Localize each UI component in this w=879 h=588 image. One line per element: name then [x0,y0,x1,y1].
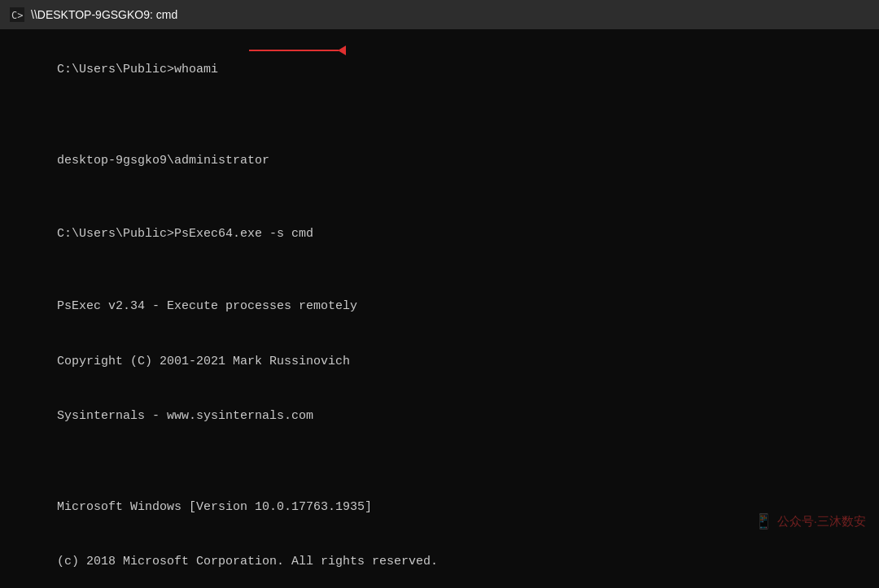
window-title: \\DESKTOP-9GSGKO9: cmd [31,8,177,21]
line-whoami-result: desktop-9gsgko9\administrator [13,134,866,189]
cmd-icon: C> [10,7,24,22]
line-psexec-v1: PsExec v2.34 - Execute processes remotel… [13,280,866,335]
terminal-body[interactable]: C:\Users\Public>whoami desktop-9gsgko9\a… [0,29,879,588]
line-whoami-cmd: C:\Users\Public>whoami [13,42,866,134]
line-empty-2 [13,262,866,280]
line-win-ver: Microsoft Windows [Version 10.0.17763.19… [13,480,866,535]
title-bar: C> \\DESKTOP-9GSGKO9: cmd [0,0,879,29]
line-psexec-v2: Copyright (C) 2001-2021 Mark Russinovich [13,334,866,390]
svg-text:C>: C> [11,10,23,21]
line-win-copy: (c) 2018 Microsoft Corporation. All righ… [13,535,866,589]
cmd-window: C> \\DESKTOP-9GSGKO9: cmd C:\Users\Publi… [0,0,879,588]
line-empty-1 [13,189,866,207]
line-empty-3 [13,444,866,462]
line-empty-4 [13,462,866,480]
line-psexec-v3: Sysinternals - www.sysinternals.com [13,390,866,445]
line-psexec-cmd: C:\Users\Public>PsExec64.exe -s cmd [13,207,866,262]
